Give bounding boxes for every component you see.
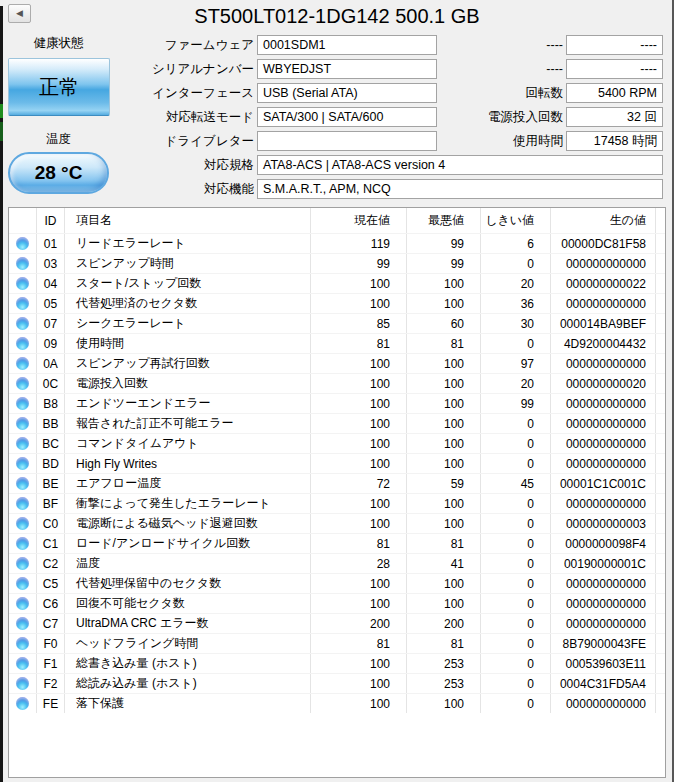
table-row[interactable]: C5代替処理保留中のセクタ数1001000000000000000 — [9, 573, 665, 593]
cell-worst: 81 — [406, 334, 480, 353]
status-dot-icon — [16, 477, 29, 490]
cell-status — [9, 694, 36, 713]
cell-name: 電源投入回数 — [64, 374, 310, 393]
cell-status — [9, 474, 36, 493]
cell-id: BF — [36, 494, 64, 513]
table-row[interactable]: 09使用時間818104D9200004432 — [9, 333, 665, 353]
cell-current: 200 — [310, 614, 406, 633]
cell-threshold: 0 — [480, 614, 550, 633]
cell-current: 100 — [310, 514, 406, 533]
cell-name: コマンドタイムアウト — [64, 434, 310, 453]
cell-id: BC — [36, 434, 64, 453]
table-header-row: ID項目名現在値最悪値しきい値生の値 — [9, 208, 665, 233]
table-row[interactable]: BF衝撃によって発生したエラーレート1001000000000000000 — [9, 493, 665, 513]
table-row[interactable]: BEエアフロー温度72594500001C1C001C — [9, 473, 665, 493]
status-dot-icon — [16, 357, 29, 370]
table-row[interactable]: BB報告された訂正不可能エラー1001000000000000000 — [9, 413, 665, 433]
cell-current: 81 — [310, 334, 406, 353]
cell-status — [9, 654, 36, 673]
cell-spacer — [655, 534, 665, 553]
cell-threshold: 0 — [480, 594, 550, 613]
cell-status — [9, 454, 36, 473]
cell-status — [9, 534, 36, 553]
cell-status — [9, 554, 36, 573]
cell-id: 0C — [36, 374, 64, 393]
back-button[interactable]: ◀ — [8, 4, 31, 23]
cell-threshold: 0 — [480, 334, 550, 353]
cell-id: BD — [36, 454, 64, 473]
cell-worst: 81 — [406, 534, 480, 553]
cell-raw: 000000000000 — [550, 574, 655, 593]
table-row[interactable]: 0C電源投入回数10010020000000000020 — [9, 373, 665, 393]
status-dot-icon — [16, 697, 29, 710]
cell-worst: 100 — [406, 494, 480, 513]
cell-threshold: 99 — [480, 394, 550, 413]
cell-current: 81 — [310, 534, 406, 553]
cell-status — [9, 314, 36, 333]
table-row[interactable]: C2温度2841000190000001C — [9, 553, 665, 573]
status-dot-icon — [16, 677, 29, 690]
cell-status — [9, 274, 36, 293]
cell-spacer — [655, 294, 665, 313]
table-row[interactable]: 03スピンアップ時間99990000000000000 — [9, 253, 665, 273]
cell-name: ヘッドフライング時間 — [64, 634, 310, 653]
temperature-button[interactable]: 28 °C — [8, 152, 109, 194]
table-row[interactable]: B8エンドツーエンドエラー10010099000000000000 — [9, 393, 665, 413]
cell-spacer — [655, 314, 665, 333]
cell-worst: 100 — [406, 574, 480, 593]
info-right-label-0: ---- — [420, 35, 563, 55]
info-left-value-6: S.M.A.R.T., APM, NCQ — [257, 179, 663, 199]
cell-id: BB — [36, 414, 64, 433]
table-row[interactable]: F0ヘッドフライング時間818108B79000043FE — [9, 633, 665, 653]
cell-raw: 000000000000 — [550, 494, 655, 513]
cell-status — [9, 414, 36, 433]
info-right-value-0: ---- — [566, 35, 663, 55]
cell-name: UltraDMA CRC エラー数 — [64, 614, 310, 633]
table-row[interactable]: 04スタート/ストップ回数10010020000000000022 — [9, 273, 665, 293]
cell-worst: 253 — [406, 674, 480, 693]
table-row[interactable]: C1ロード/アンロードサイクル回数818100000000098F4 — [9, 533, 665, 553]
cell-status — [9, 374, 36, 393]
cell-spacer — [655, 334, 665, 353]
status-dot-icon — [16, 577, 29, 590]
cell-id: 04 — [36, 274, 64, 293]
table-row[interactable]: C6回復不可能セクタ数1001000000000000000 — [9, 593, 665, 613]
table-row[interactable]: 07シークエラーレート856030000014BA9BEF — [9, 313, 665, 333]
cell-status — [9, 494, 36, 513]
info-left-label-5: 対応規格 — [110, 155, 254, 175]
info-left-value-5: ATA8-ACS | ATA8-ACS version 4 — [257, 155, 663, 175]
cell-raw: 000000000000 — [550, 454, 655, 473]
status-dot-icon — [16, 437, 29, 450]
table-row[interactable]: BCコマンドタイムアウト1001000000000000000 — [9, 433, 665, 453]
cell-worst: 100 — [406, 694, 480, 713]
table-row[interactable]: 01リードエラーレート11999600000DC81F58 — [9, 233, 665, 253]
table-row[interactable]: 05代替処理済のセクタ数10010036000000000000 — [9, 293, 665, 313]
table-row[interactable]: C0電源断による磁気ヘッド退避回数1001000000000000003 — [9, 513, 665, 533]
health-status-button[interactable]: 正常 — [8, 58, 110, 116]
info-right-label-4: 使用時間 — [420, 131, 563, 151]
cell-worst: 41 — [406, 554, 480, 573]
cell-name: 落下保護 — [64, 694, 310, 713]
cell-worst: 100 — [406, 354, 480, 373]
cell-id: C7 — [36, 614, 64, 633]
cell-worst: 200 — [406, 614, 480, 633]
table-row[interactable]: F2総読み込み量 (ホスト)10025300004C31FD5A4 — [9, 673, 665, 693]
status-dot-icon — [16, 257, 29, 270]
table-row[interactable]: C7UltraDMA CRC エラー数2002000000000000000 — [9, 613, 665, 633]
cell-name: 総書き込み量 (ホスト) — [64, 654, 310, 673]
cell-raw: 0004C31FD5A4 — [550, 674, 655, 693]
table-row[interactable]: 0Aスピンアップ再試行回数10010097000000000000 — [9, 353, 665, 373]
table-row[interactable]: BDHigh Fly Writes1001000000000000000 — [9, 453, 665, 473]
cell-id: BE — [36, 474, 64, 493]
table-row[interactable]: FE落下保護1001000000000000000 — [9, 693, 665, 713]
cell-status — [9, 674, 36, 693]
table-row[interactable]: F1総書き込み量 (ホスト)1002530000539603E11 — [9, 653, 665, 673]
cell-name: リードエラーレート — [64, 234, 310, 253]
cell-current: 100 — [310, 294, 406, 313]
cell-spacer — [655, 474, 665, 493]
cell-raw: 000000000020 — [550, 374, 655, 393]
cell-threshold: 0 — [480, 534, 550, 553]
cell-raw: 000000000000 — [550, 414, 655, 433]
cell-current: 100 — [310, 374, 406, 393]
cell-current: 100 — [310, 494, 406, 513]
